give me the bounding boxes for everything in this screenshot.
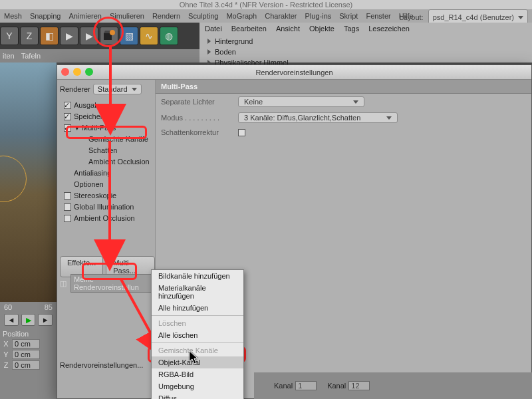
axis-y-label: Y (3, 350, 9, 358)
render-cube-button[interactable]: ◧ (40, 27, 59, 45)
secbar-item[interactable]: Tafeln (21, 52, 41, 60)
render-settings-link[interactable]: Rendervoreinstellungen... (60, 361, 143, 369)
tree-checkbox[interactable] (64, 102, 71, 109)
ctx-item[interactable]: Umgebung (152, 380, 243, 392)
modus-label: Modus . . . . . . . . . (161, 114, 234, 122)
object-manager: DateiBearbeitenAnsichtObjekteTagsLesezei… (200, 23, 532, 63)
menu-mesh[interactable]: Mesh (4, 12, 22, 20)
modal-title: Rendervoreinstellungen (255, 68, 332, 76)
separate-lights-dropdown[interactable]: Keine (238, 96, 364, 107)
modal-titlebar[interactable]: Rendervoreinstellungen (57, 65, 531, 80)
tree-label: Gemischte Kanäle (88, 134, 148, 145)
clapper2-button[interactable]: ▶ (80, 27, 98, 45)
preset-name[interactable]: Meine Rendervoreinstellun (70, 274, 155, 293)
tree-item[interactable]: Stereoskopie (61, 190, 152, 201)
schattenkorrektur-label: Schattenkorrektur (161, 128, 234, 136)
tree-checkbox[interactable] (64, 113, 71, 120)
position-label: Position (3, 330, 54, 338)
tree-item[interactable]: Speichern (61, 111, 152, 122)
objmenu-datei[interactable]: Datei (205, 25, 222, 33)
preset-disk-icon[interactable]: ◫ (60, 279, 66, 288)
expand-icon[interactable] (207, 49, 211, 55)
prev-button[interactable]: ◄ (4, 314, 19, 326)
ctx-item[interactable]: Alle hinzufügen (152, 302, 243, 314)
object-row[interactable]: Boden (207, 47, 524, 57)
settings-tree-column: Renderer Standard AusgabeSpeichern▾Multi… (57, 80, 156, 398)
main-toolbar: Y Z ◧ ▶ ▶ ▧ ∿ ◍ (0, 23, 200, 49)
ctx-item[interactable]: RGBA-Bild (152, 368, 243, 380)
zoom-icon[interactable] (85, 68, 93, 76)
wireframe-sphere (0, 156, 27, 202)
spline-button[interactable]: ∿ (140, 27, 158, 45)
cube-prim-button[interactable]: ▧ (120, 27, 138, 45)
menu-mograph[interactable]: MoGraph (226, 12, 257, 20)
tree-item[interactable]: ▾Multi-Pass (61, 122, 152, 134)
tree-item[interactable]: Global Illumination (61, 201, 152, 213)
axis-z-button[interactable]: Z (20, 27, 39, 45)
layout-label: Layout: (400, 13, 424, 21)
objmenu-tags[interactable]: Tags (344, 25, 359, 33)
ctx-item[interactable]: Materialkanäle hinzufügen (152, 282, 243, 302)
kanal-field-1[interactable]: 1 (295, 381, 317, 390)
menu-rendern[interactable]: Rendern (152, 12, 180, 20)
next-button[interactable]: ► (38, 314, 53, 326)
ctx-item[interactable]: Diffus (152, 392, 243, 399)
tree-label: Antialiasing (74, 168, 111, 179)
separate-lights-label: Separate Lichter (161, 98, 234, 106)
menu-fenster[interactable]: Fenster (366, 12, 390, 20)
kanal-label-2: Kanal (327, 382, 346, 390)
schattenkorrektur-checkbox[interactable] (238, 129, 245, 136)
objmenu-ansicht[interactable]: Ansicht (276, 25, 300, 33)
expand-icon[interactable] (207, 39, 211, 44)
secbar-item[interactable]: iten (3, 52, 15, 60)
tree-item[interactable]: Gemischte Kanäle (61, 134, 152, 145)
axis-x-label: X (3, 340, 9, 348)
objmenu-bearbeiten[interactable]: Bearbeiten (231, 25, 267, 33)
multipass-context-menu[interactable]: Bildkanäle hinzufügenMaterialkanäle hinz… (151, 269, 244, 399)
modus-dropdown[interactable]: 3 Kanäle: Diffus,Glanzlicht,Schatten (238, 112, 398, 123)
pos-y-field[interactable]: 0 cm (12, 350, 40, 359)
ctx-item[interactable]: Alle löschen (152, 329, 243, 341)
play-button[interactable]: ▶ (21, 314, 36, 326)
tree-checkbox[interactable] (64, 124, 71, 132)
menu-plug-ins[interactable]: Plug-ins (305, 12, 332, 20)
generator-button[interactable]: ◍ (160, 27, 178, 45)
clapper1-button[interactable]: ▶ (60, 27, 78, 45)
tree-checkbox[interactable] (64, 192, 71, 200)
pos-z-field[interactable]: 0 cm (12, 360, 40, 370)
tree-checkbox[interactable] (64, 215, 71, 222)
tree-checkbox[interactable] (64, 203, 71, 211)
menu-sculpting[interactable]: Sculpting (188, 12, 218, 20)
axis-y-button[interactable]: Y (0, 27, 19, 45)
tree-item[interactable]: Antialiasing (61, 168, 152, 179)
collapse-icon[interactable]: ▾ (75, 122, 79, 134)
tree-label: Ambient Occlusion (88, 156, 150, 168)
ctx-item[interactable]: Bildkanäle hinzufügen (152, 270, 243, 282)
menu-animieren[interactable]: Animieren (68, 12, 102, 20)
menu-charakter[interactable]: Charakter (265, 12, 297, 20)
pos-x-field[interactable]: 0 cm (12, 339, 40, 348)
objmenu-lesezeichen[interactable]: Lesezeichen (368, 25, 410, 33)
tree-item[interactable]: Ambient Occlusion (61, 213, 152, 224)
menu-snapping[interactable]: Snapping (30, 12, 61, 20)
object-row[interactable]: Hintergrund (207, 36, 524, 47)
settings-tree[interactable]: AusgabeSpeichern▾Multi-PassGemischte Kan… (61, 100, 152, 224)
secondary-bar: itenTafeln (0, 49, 200, 63)
viewport[interactable] (0, 63, 57, 302)
close-icon[interactable] (61, 68, 69, 76)
tree-item[interactable]: Ambient Occlusion (61, 156, 152, 168)
minimize-icon[interactable] (73, 68, 81, 76)
tree-label: Optionen (74, 179, 104, 190)
menu-skript[interactable]: Skript (339, 12, 358, 20)
timeline-start: 60 (4, 303, 12, 311)
render-settings-button[interactable] (100, 27, 118, 45)
kanal-label-1: Kanal (274, 382, 293, 390)
renderer-dropdown[interactable]: Standard (93, 84, 142, 94)
menu-simulieren[interactable]: Simulieren (110, 12, 144, 20)
tree-item[interactable]: Optionen (61, 179, 152, 190)
mouse-cursor (190, 351, 199, 364)
objmenu-objekte[interactable]: Objekte (309, 25, 334, 33)
tree-item[interactable]: Ausgabe (61, 100, 152, 111)
tree-item[interactable]: Schatten (61, 145, 152, 156)
kanal-field-2[interactable]: 12 (348, 381, 370, 390)
